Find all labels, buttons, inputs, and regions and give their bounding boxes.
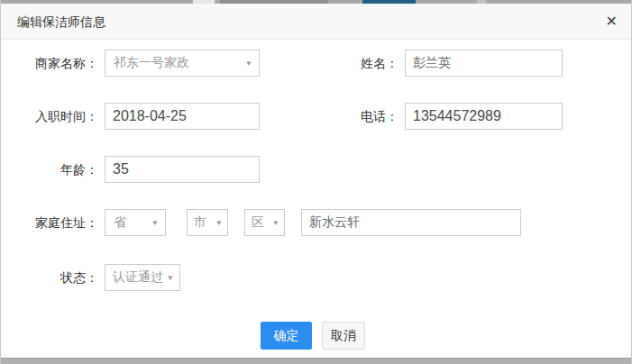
address-detail-input[interactable] bbox=[301, 209, 521, 236]
city-select[interactable]: 市 ▼ bbox=[187, 209, 228, 236]
chevron-down-icon: ▼ bbox=[151, 219, 160, 227]
close-icon[interactable]: ✕ bbox=[606, 4, 618, 40]
cancel-button[interactable]: 取消 bbox=[322, 322, 365, 350]
age-label: 年龄： bbox=[1, 156, 98, 183]
province-select-value: 省 bbox=[114, 214, 126, 231]
merchant-select-value: 祁东一号家政 bbox=[114, 55, 189, 71]
address-label: 家庭住址： bbox=[1, 209, 98, 236]
chevron-down-icon: ▼ bbox=[215, 219, 224, 227]
merchant-label: 商家名称： bbox=[1, 50, 98, 77]
district-select[interactable]: 区 ▼ bbox=[244, 209, 285, 236]
hire-date-label: 入职时间： bbox=[1, 103, 98, 130]
name-label: 姓名： bbox=[298, 50, 398, 77]
hire-date-input[interactable] bbox=[105, 103, 260, 130]
name-input[interactable] bbox=[405, 50, 563, 77]
phone-input[interactable] bbox=[405, 103, 563, 130]
dialog-header: 编辑保洁师信息 ✕ bbox=[1, 4, 631, 40]
phone-label: 电话： bbox=[298, 103, 398, 130]
dialog-title: 编辑保洁师信息 bbox=[17, 4, 105, 40]
background-scrollbar-strip bbox=[1, 358, 631, 364]
age-input[interactable] bbox=[105, 156, 260, 183]
merchant-select[interactable]: 祁东一号家政 ▼ bbox=[105, 50, 260, 77]
status-select[interactable]: 认证通过 ▼ bbox=[105, 264, 180, 291]
chevron-down-icon: ▼ bbox=[245, 59, 253, 68]
district-select-value: 区 bbox=[252, 214, 264, 231]
status-select-value: 认证通过 bbox=[113, 269, 163, 286]
status-label: 状态： bbox=[1, 264, 98, 291]
province-select[interactable]: 省 ▼ bbox=[105, 209, 166, 236]
edit-cleaner-dialog: 编辑保洁师信息 ✕ 商家名称： 祁东一号家政 ▼ 姓名： 入职时间： 电话： 年… bbox=[0, 0, 632, 364]
city-select-value: 市 bbox=[194, 214, 206, 231]
confirm-button[interactable]: 确定 bbox=[261, 322, 312, 350]
chevron-down-icon: ▼ bbox=[272, 219, 280, 227]
chevron-down-icon: ▼ bbox=[167, 274, 175, 282]
